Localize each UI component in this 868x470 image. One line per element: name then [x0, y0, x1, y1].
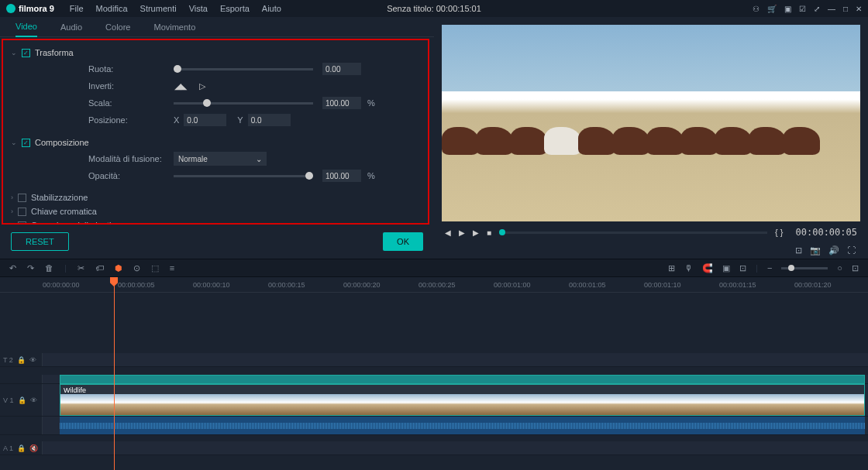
- preview-image[interactable]: [442, 25, 860, 221]
- playback-controls: ◀ ▶ ▶ ■ { } 00:00:00:05: [442, 221, 860, 244]
- lock-icon[interactable]: 🔒: [17, 444, 26, 452]
- speed-icon[interactable]: ⊙: [133, 263, 140, 273]
- ruler-tick: 00:00:01:10: [644, 281, 719, 289]
- lens-checkbox[interactable]: [18, 221, 26, 225]
- chevron-down-icon[interactable]: ⌄: [11, 139, 17, 146]
- volume-icon[interactable]: 🔊: [828, 245, 839, 256]
- settings-icon[interactable]: ☑: [799, 5, 806, 13]
- undo-icon[interactable]: ↶: [9, 263, 16, 273]
- account-icon[interactable]: ⚇: [753, 5, 760, 13]
- flip-vertical-icon[interactable]: ▷: [195, 81, 209, 91]
- adjust-icon[interactable]: ≡: [170, 263, 174, 273]
- menu-view[interactable]: Vista: [189, 4, 208, 13]
- minimize-icon[interactable]: —: [828, 5, 835, 13]
- reset-button[interactable]: RESET: [11, 232, 69, 251]
- mic-icon[interactable]: 🎙: [684, 263, 693, 273]
- play-icon[interactable]: ▶: [459, 228, 465, 237]
- rotate-label: Ruota:: [88, 64, 174, 74]
- scale-slider[interactable]: [174, 102, 313, 105]
- menu-tools[interactable]: Strumenti: [140, 4, 177, 13]
- scale-input[interactable]: 100.00: [322, 97, 361, 109]
- chromakey-checkbox[interactable]: [18, 208, 26, 216]
- pos-y-input[interactable]: 0.0: [248, 114, 291, 126]
- opacity-unit: %: [367, 171, 375, 180]
- rotate-input[interactable]: 0.00: [322, 63, 361, 75]
- section-stabilization[interactable]: › Stabilizzazione: [11, 190, 420, 204]
- redo-icon[interactable]: ↷: [27, 263, 34, 273]
- text-clip[interactable]: [60, 375, 865, 384]
- maximize-icon[interactable]: □: [843, 5, 848, 13]
- blend-dropdown[interactable]: Normale⌄: [174, 152, 267, 166]
- tab-video[interactable]: Video: [16, 17, 37, 37]
- menu-edit[interactable]: Modifica: [96, 4, 128, 13]
- tab-color[interactable]: Colore: [105, 18, 130, 36]
- playback-slider[interactable]: [499, 232, 767, 234]
- app-logo: filmora 9: [6, 4, 54, 13]
- tab-motion[interactable]: Movimento: [153, 18, 195, 36]
- crop-icon[interactable]: ⬚: [151, 263, 159, 273]
- app-name: filmora 9: [19, 4, 54, 13]
- fullscreen-icon[interactable]: ⛶: [847, 245, 856, 256]
- close-icon[interactable]: ✕: [856, 5, 862, 13]
- ok-button[interactable]: OK: [383, 232, 423, 251]
- ruler-tick: 00:00:00:10: [193, 281, 268, 289]
- cut-icon[interactable]: ✂: [78, 263, 84, 273]
- fit-icon[interactable]: ⊡: [739, 263, 746, 273]
- ruler-tick: 00:00:01:15: [719, 281, 794, 289]
- timeline-ruler[interactable]: 00:00:00:00 00:00:00:05 00:00:00:10 00:0…: [0, 277, 868, 293]
- chevron-right-icon: ›: [11, 221, 13, 225]
- zoom-in-icon[interactable]: ○: [837, 263, 842, 273]
- zoom-out-icon[interactable]: −: [767, 263, 772, 273]
- section-lens[interactable]: › Correzione delle lenti: [11, 218, 420, 225]
- audio-clip[interactable]: [60, 417, 865, 434]
- menu-export[interactable]: Esporta: [220, 4, 250, 13]
- magnet-icon[interactable]: 🧲: [702, 263, 713, 273]
- quality-icon[interactable]: ⊡: [795, 245, 802, 256]
- track-label: V 1: [3, 396, 14, 404]
- zoom-fit-icon[interactable]: ⊡: [852, 263, 859, 273]
- composition-checkbox[interactable]: ✓: [22, 139, 30, 147]
- cart-icon[interactable]: 🛒: [767, 5, 777, 13]
- track-body[interactable]: [43, 353, 868, 366]
- zoom-slider[interactable]: [781, 267, 828, 269]
- track-body[interactable]: [43, 375, 868, 383]
- scale-unit: %: [367, 98, 375, 108]
- layout-icon[interactable]: ▣: [784, 5, 791, 13]
- marker-icon[interactable]: 🏷: [95, 263, 104, 273]
- eye-icon[interactable]: 👁: [29, 356, 36, 364]
- rotate-slider[interactable]: [174, 68, 313, 70]
- stabilization-checkbox[interactable]: [18, 194, 26, 202]
- mixer-icon[interactable]: ⊞: [668, 263, 675, 273]
- section-chromakey[interactable]: › Chiave cromatica: [11, 204, 420, 218]
- transform-checkbox[interactable]: ✓: [22, 49, 30, 57]
- snapshot-icon[interactable]: 📷: [810, 245, 821, 256]
- mute-icon[interactable]: 🔇: [29, 444, 38, 452]
- tab-audio[interactable]: Audio: [60, 18, 82, 36]
- video-clip[interactable]: Wildlife: [60, 384, 865, 416]
- pos-y-label: Y: [237, 115, 243, 125]
- chevron-down-icon[interactable]: ⌄: [11, 49, 17, 57]
- track-body[interactable]: [43, 417, 868, 434]
- expand-icon[interactable]: ⤢: [814, 5, 820, 13]
- track-body[interactable]: [43, 441, 868, 455]
- properties-panel: Video Audio Colore Movimento ⌄ ✓ Trasfor…: [0, 17, 434, 259]
- pos-x-input[interactable]: 0.0: [184, 114, 226, 126]
- stop-icon[interactable]: ■: [487, 228, 491, 237]
- flip-horizontal-icon[interactable]: ◢◣: [174, 81, 188, 91]
- opacity-slider[interactable]: [174, 175, 313, 177]
- layout-toggle-icon[interactable]: ▣: [722, 263, 730, 273]
- next-frame-icon[interactable]: ▶: [473, 228, 479, 237]
- record-icon[interactable]: ⬢: [115, 263, 122, 273]
- track-body[interactable]: Wildlife: [43, 384, 868, 416]
- opacity-input[interactable]: 100.00: [322, 170, 361, 182]
- chevron-down-icon: ⌄: [256, 155, 262, 163]
- delete-icon[interactable]: 🗑: [45, 263, 53, 273]
- bracket-icon[interactable]: { }: [775, 228, 783, 237]
- menu-file[interactable]: File: [70, 4, 84, 13]
- playhead[interactable]: [114, 277, 115, 470]
- lock-icon[interactable]: 🔒: [17, 356, 26, 364]
- prev-frame-icon[interactable]: ◀: [445, 228, 451, 237]
- menu-help[interactable]: Aiuto: [262, 4, 281, 13]
- lock-icon[interactable]: 🔒: [18, 396, 26, 404]
- eye-icon[interactable]: 👁: [30, 396, 37, 404]
